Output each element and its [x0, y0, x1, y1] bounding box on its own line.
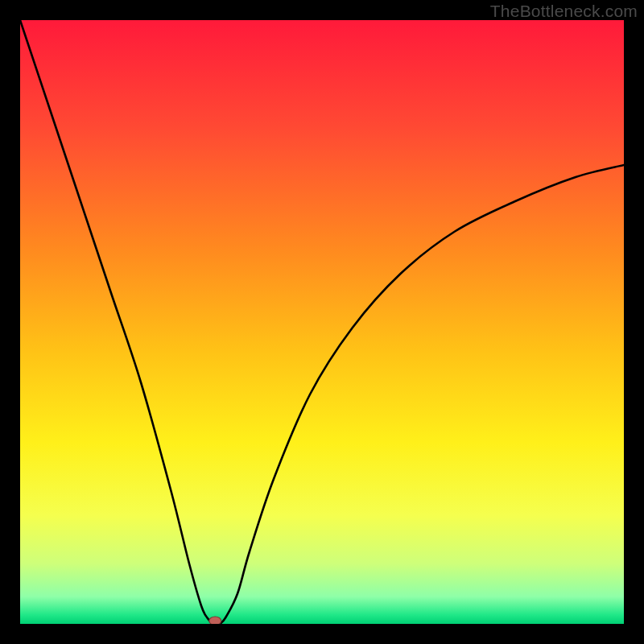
- plot-area: [20, 20, 624, 624]
- svg-rect-0: [20, 20, 624, 624]
- background-gradient: [20, 20, 624, 624]
- chart-frame: TheBottleneck.com: [0, 0, 644, 644]
- watermark-text: TheBottleneck.com: [490, 2, 638, 21]
